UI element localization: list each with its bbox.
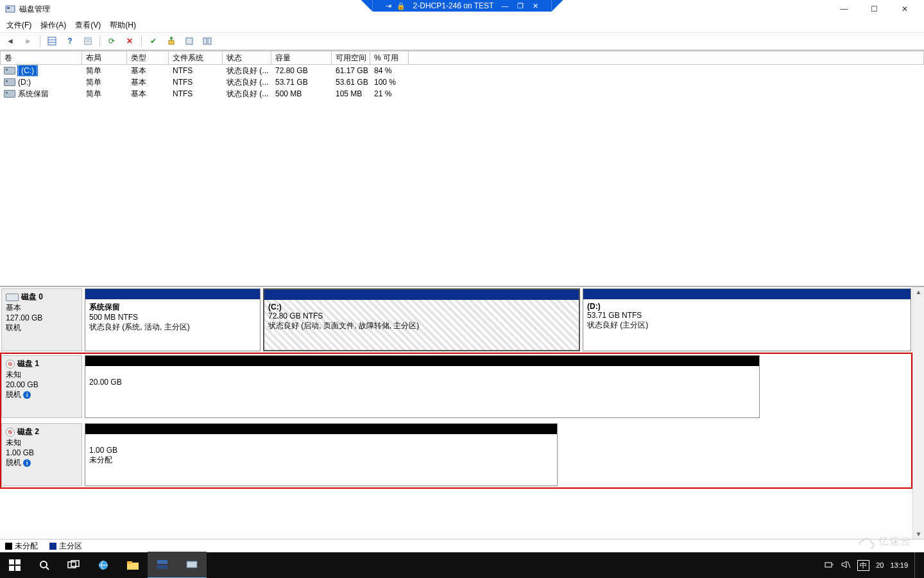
svg-rect-11	[208, 38, 211, 44]
disk-management-icon	[5, 4, 15, 14]
offline-icon: ⦸	[6, 360, 15, 369]
svg-rect-9	[186, 38, 193, 44]
show-desktop-button[interactable]	[914, 552, 919, 578]
remote-minimize-button[interactable]: —	[501, 0, 508, 12]
window-maximize-button[interactable]: ☐	[860, 0, 889, 18]
layout-icon[interactable]	[200, 33, 215, 49]
window-minimize-button[interactable]: —	[830, 0, 859, 18]
svg-rect-12	[9, 559, 14, 565]
back-button[interactable]: ◄	[3, 33, 18, 49]
properties-icon[interactable]	[80, 33, 96, 49]
taskbar[interactable]: 中 20 13:19	[0, 552, 924, 578]
col-layout[interactable]: 布局	[82, 51, 127, 65]
col-type[interactable]: 类型	[127, 51, 169, 65]
svg-rect-23	[157, 560, 167, 564]
volume-list-header: 卷 布局 类型 文件系统 状态 容量 可用空间 % 可用	[0, 51, 924, 65]
col-free[interactable]: 可用空间	[332, 51, 370, 65]
help-icon[interactable]: ?	[62, 33, 78, 49]
col-fs[interactable]: 文件系统	[169, 51, 223, 65]
settings-icon[interactable]	[182, 33, 197, 49]
toolbar: ◄ ► ? ⟳ ✕ ✔	[0, 32, 924, 50]
svg-rect-14	[9, 566, 14, 571]
disk-management-taskbar-icon[interactable]	[177, 552, 207, 578]
disk-map: 磁盘 0 基本 127.00 GB 联机 系统保留500 MB NTFS状态良好…	[0, 286, 924, 539]
view-list-icon[interactable]	[44, 33, 60, 49]
partition[interactable]: (D:)53.71 GB NTFS状态良好 (主分区)	[583, 288, 911, 351]
svg-rect-1	[7, 7, 10, 9]
vertical-scrollbar[interactable]: ▲▼	[912, 287, 924, 539]
start-button[interactable]	[0, 552, 30, 578]
disk-row[interactable]: 磁盘 0 基本 127.00 GB 联机 系统保留500 MB NTFS状态良好…	[0, 287, 912, 353]
menu-view[interactable]: 查看(V)	[75, 20, 101, 31]
pin-icon[interactable]: ⇥	[386, 0, 391, 12]
partition[interactable]: 系统保留500 MB NTFS状态良好 (系统, 活动, 主分区)	[85, 288, 261, 351]
svg-line-17	[46, 567, 49, 570]
info-icon[interactable]: i	[23, 459, 31, 467]
network-tray-icon[interactable]	[824, 560, 834, 570]
window-close-button[interactable]: ✕	[890, 0, 919, 18]
svg-rect-15	[15, 566, 21, 571]
remote-session-banner: ⇥ 🔒 2-DHCP1-246 on TEST — ❐ ✕	[361, 0, 563, 12]
menu-bar: 文件(F) 操作(A) 查看(V) 帮助(H)	[0, 18, 924, 32]
partition[interactable]: 20.00 GB	[85, 355, 760, 418]
export-icon[interactable]	[164, 33, 179, 49]
delete-icon[interactable]: ✕	[122, 33, 137, 49]
svg-point-16	[40, 561, 47, 568]
mark-icon[interactable]: ✔	[146, 33, 161, 49]
offline-icon: ⦸	[6, 428, 15, 437]
info-icon[interactable]: i	[23, 391, 31, 399]
lock-icon[interactable]: 🔒	[397, 0, 406, 12]
drive-icon	[4, 90, 15, 98]
remote-close-button[interactable]: ✕	[533, 0, 538, 12]
hdd-icon	[6, 293, 19, 301]
window-title: 磁盘管理	[19, 4, 50, 15]
svg-line-28	[848, 561, 850, 568]
svg-rect-13	[15, 559, 21, 565]
forward-button[interactable]: ►	[21, 33, 36, 49]
server-manager-icon[interactable]	[148, 552, 177, 578]
col-status[interactable]: 状态	[223, 51, 271, 65]
file-explorer-icon[interactable]	[118, 552, 148, 578]
menu-action[interactable]: 操作(A)	[40, 20, 66, 31]
watermark: 亿速云	[857, 535, 911, 548]
legend-swatch-primary	[49, 543, 56, 550]
volume-tray-icon[interactable]	[841, 560, 851, 570]
svg-rect-5	[85, 38, 91, 44]
partition[interactable]: 1.00 GB未分配	[85, 423, 558, 486]
svg-rect-10	[203, 38, 207, 44]
search-icon[interactable]	[30, 552, 59, 578]
clock[interactable]: 13:19	[890, 561, 908, 569]
ie-icon[interactable]	[89, 552, 118, 578]
menu-file[interactable]: 文件(F)	[6, 20, 31, 31]
remote-restore-button[interactable]: ❐	[517, 0, 524, 12]
svg-rect-2	[48, 37, 56, 45]
svg-rect-25	[187, 561, 197, 568]
legend: 未分配 主分区	[0, 539, 924, 552]
refresh-icon[interactable]: ⟳	[104, 33, 119, 49]
drive-icon	[4, 78, 15, 86]
remote-session-title: 2-DHCP1-246 on TEST	[413, 0, 494, 12]
volume-list[interactable]: 卷 布局 类型 文件系统 状态 容量 可用空间 % 可用 (C:) 简单基本NT…	[0, 50, 924, 286]
svg-rect-26	[825, 563, 832, 567]
tray-text: 20	[876, 561, 884, 569]
volume-row[interactable]: (C:) 简单基本NTFS 状态良好 (...72.80 GB61.17 GB8…	[0, 65, 924, 76]
col-pct[interactable]: % 可用	[370, 51, 409, 65]
svg-rect-22	[127, 561, 132, 564]
legend-swatch-unallocated	[5, 543, 12, 550]
volume-row[interactable]: (D:) 简单基本NTFS 状态良好 (...53.71 GB53.61 GB1…	[0, 76, 924, 88]
menu-help[interactable]: 帮助(H)	[110, 20, 136, 31]
partition-selected[interactable]: (C:)72.80 GB NTFS状态良好 (启动, 页面文件, 故障转储, 主…	[263, 288, 580, 351]
volume-row[interactable]: 系统保留 简单基本NTFS 状态良好 (...500 MB105 MB21 %	[0, 88, 924, 100]
ime-indicator[interactable]: 中	[857, 560, 869, 571]
svg-rect-24	[157, 565, 167, 569]
task-view-icon[interactable]	[59, 552, 89, 578]
drive-icon	[4, 67, 15, 74]
col-volume[interactable]: 卷	[0, 51, 82, 65]
col-capacity[interactable]: 容量	[271, 51, 332, 65]
svg-rect-8	[169, 40, 174, 44]
